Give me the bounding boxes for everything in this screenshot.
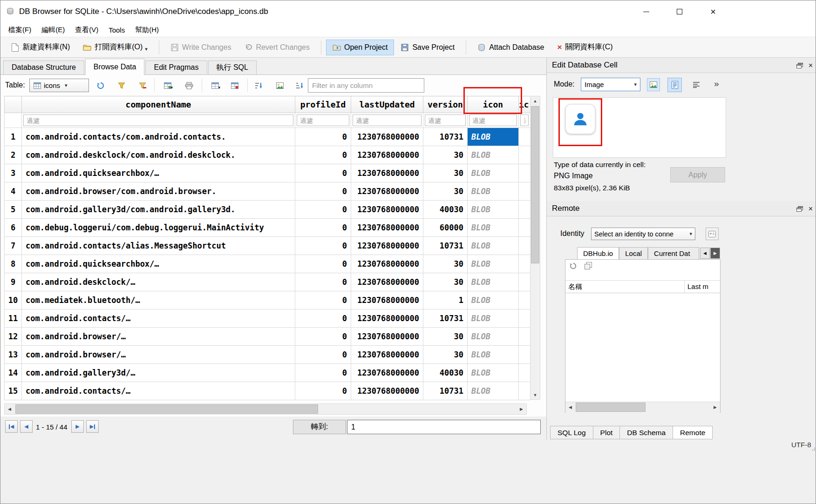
cell-lastUpdated[interactable]: 1230768000000: [351, 128, 423, 146]
col-header-profileId[interactable]: profileId: [295, 96, 351, 113]
table-row[interactable]: 9 com.android.deskclock/… 0 123076800000…: [5, 273, 530, 291]
table-row[interactable]: 8 com.android.quicksearchbox/… 0 1230768…: [5, 255, 530, 273]
tab-execute-sql[interactable]: 執行 SQL: [208, 60, 257, 74]
cell-icon[interactable]: BLOB: [468, 237, 519, 255]
cell-icon[interactable]: BLOB: [468, 219, 519, 237]
cell-componentName[interactable]: com.android.contacts/alias.MessageShortc…: [22, 237, 295, 255]
cell-profileId[interactable]: 0: [295, 201, 351, 219]
identity-select[interactable]: Select an identity to conne ▾: [591, 228, 695, 240]
scroll-down-button[interactable]: ▼: [530, 390, 540, 399]
scroll-left-button[interactable]: ◀: [5, 404, 14, 414]
cell-lastUpdated[interactable]: 1230768000000: [351, 164, 423, 182]
mode-select[interactable]: Image ▾: [581, 78, 640, 91]
cell-icon[interactable]: BLOB: [468, 346, 519, 364]
cell-profileId[interactable]: 0: [295, 346, 351, 364]
cell-componentName[interactable]: com.android.browser/com.android.browser.: [22, 182, 295, 201]
print-button[interactable]: [182, 79, 196, 92]
import-export-button[interactable]: [647, 78, 660, 91]
conditional-filter-button[interactable]: [136, 79, 150, 92]
cell-overflow[interactable]: [519, 291, 530, 309]
menu-file[interactable]: 檔案(F): [3, 24, 36, 36]
cell-icon[interactable]: BLOB: [468, 146, 519, 164]
cell-version[interactable]: 60000: [423, 219, 468, 237]
cell-profileId[interactable]: 0: [295, 382, 351, 400]
filter-input-overflow[interactable]: [520, 114, 529, 126]
table-row[interactable]: 6 com.debug.loggerui/com.debug.loggerui.…: [5, 219, 530, 237]
tab-plot[interactable]: Plot: [593, 426, 620, 439]
float-panel-icon[interactable]: [796, 63, 803, 68]
maximize-button[interactable]: [663, 0, 696, 23]
cell-lastUpdated[interactable]: 1230768000000: [351, 364, 423, 382]
cell-profileId[interactable]: 0: [295, 364, 351, 382]
row-number[interactable]: 12: [5, 328, 22, 346]
cell-version[interactable]: 30: [423, 346, 468, 364]
scroll-right-button[interactable]: ▶: [517, 404, 526, 414]
horizontal-scroll-thumb[interactable]: [576, 403, 646, 412]
remote-col-last-modified[interactable]: Last m: [685, 281, 720, 293]
identity-settings-button[interactable]: [706, 228, 719, 240]
scroll-left-button[interactable]: ◀: [565, 402, 575, 412]
grid-vertical-scrollbar[interactable]: ▲ ▼: [530, 96, 540, 400]
remote-clone-button[interactable]: [585, 262, 592, 270]
close-panel-icon[interactable]: ×: [809, 61, 813, 70]
filter-input-componentName[interactable]: [23, 114, 293, 126]
apply-button[interactable]: Apply: [670, 167, 725, 182]
table-row[interactable]: 11 com.android.contacts/… 0 123076800000…: [5, 309, 530, 328]
scroll-up-button[interactable]: ▲: [530, 96, 540, 105]
first-record-button[interactable]: ◀: [5, 420, 18, 433]
cell-lastUpdated[interactable]: 1230768000000: [351, 219, 423, 237]
row-number[interactable]: 3: [5, 164, 22, 182]
cell-componentName[interactable]: com.android.gallery3d/com.android.galler…: [22, 201, 295, 219]
cell-version[interactable]: 30: [423, 328, 468, 346]
cell-overflow[interactable]: [519, 364, 530, 382]
cell-profileId[interactable]: 0: [295, 273, 351, 291]
cell-profileId[interactable]: 0: [295, 291, 351, 309]
cell-profileId[interactable]: 0: [295, 164, 351, 182]
menu-help[interactable]: 幫助(H): [130, 24, 164, 36]
cell-lastUpdated[interactable]: 1230768000000: [351, 237, 423, 255]
row-number[interactable]: 8: [5, 255, 22, 273]
tab-edit-pragmas[interactable]: Edit Pragmas: [145, 60, 207, 74]
remote-col-name[interactable]: 名稱: [565, 281, 685, 293]
cell-icon[interactable]: BLOB: [468, 309, 519, 328]
cell-componentName[interactable]: com.android.gallery3d/…: [22, 364, 295, 382]
new-database-button[interactable]: 新建資料庫(N): [4, 39, 76, 56]
text-mode-button[interactable]: [667, 78, 682, 92]
minimize-button[interactable]: [629, 0, 663, 23]
corner-header[interactable]: [5, 96, 22, 113]
menu-tools[interactable]: Tools: [103, 24, 130, 36]
cell-componentName[interactable]: com.android.contacts/com.android.contact…: [22, 128, 295, 146]
filter-input-version[interactable]: [425, 114, 466, 126]
filter-input-icon[interactable]: [469, 114, 517, 126]
cell-overflow[interactable]: [519, 382, 530, 400]
cell-componentName[interactable]: com.android.contacts/…: [22, 309, 295, 328]
open-project-button[interactable]: Open Project: [326, 40, 394, 55]
cell-lastUpdated[interactable]: 1230768000000: [351, 291, 423, 309]
horizontal-scroll-thumb[interactable]: [15, 404, 318, 414]
table-selector[interactable]: icons ▾: [29, 79, 89, 92]
row-number[interactable]: 10: [5, 291, 22, 309]
cell-lastUpdated[interactable]: 1230768000000: [351, 273, 423, 291]
cell-profileId[interactable]: 0: [295, 309, 351, 328]
sort-desc-button[interactable]: [293, 79, 307, 92]
col-header-lastUpdated[interactable]: lastUpdated: [351, 96, 423, 113]
tab-scroll-left-button[interactable]: ◀: [700, 248, 710, 259]
row-number[interactable]: 14: [5, 364, 22, 382]
cell-version[interactable]: 10731: [423, 128, 468, 146]
cell-version[interactable]: 30: [423, 182, 468, 201]
tab-browse-data[interactable]: Browse Data: [85, 59, 145, 75]
cell-componentName[interactable]: com.android.quicksearchbox/…: [22, 255, 295, 273]
cell-overflow[interactable]: [519, 201, 530, 219]
cell-overflow[interactable]: [519, 128, 530, 146]
row-number[interactable]: 7: [5, 237, 22, 255]
insert-record-button[interactable]: ▾: [208, 79, 222, 92]
cell-icon[interactable]: BLOB: [468, 255, 519, 273]
cell-componentName[interactable]: com.mediatek.bluetooth/…: [22, 291, 295, 309]
goto-record-button[interactable]: 轉到:: [293, 420, 346, 434]
cell-lastUpdated[interactable]: 1230768000000: [351, 146, 423, 164]
cell-overflow[interactable]: [519, 219, 530, 237]
cell-overflow[interactable]: [519, 182, 530, 201]
cell-overflow[interactable]: [519, 237, 530, 255]
remote-refresh-button[interactable]: [569, 262, 577, 270]
cell-profileId[interactable]: 0: [295, 328, 351, 346]
